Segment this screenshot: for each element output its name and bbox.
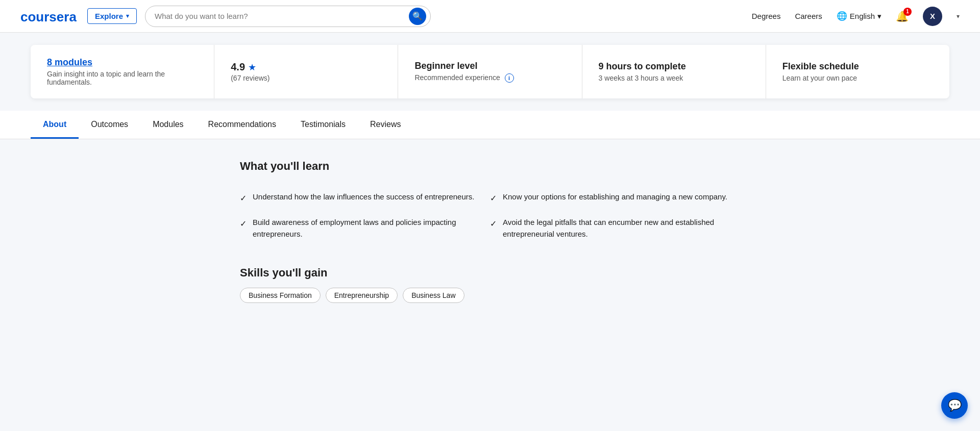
tabs-bar: About Outcomes Modules Recommendations T… (0, 111, 980, 139)
level-cell: Beginner level Recommended experience i (398, 45, 582, 98)
check-icon: ✓ (490, 218, 497, 230)
globe-icon: 🌐 (837, 11, 847, 21)
star-icon: ★ (248, 62, 256, 73)
rating-count: (67 reviews) (231, 74, 381, 82)
main-content: What you'll learn ✓ Understand how the l… (209, 160, 771, 303)
check-icon: ✓ (490, 192, 497, 205)
search-icon: 🔍 (412, 11, 423, 21)
skills-section: Skills you'll gain Business Formation En… (240, 266, 740, 303)
level-title: Beginner level (414, 61, 565, 71)
svg-text:coursera: coursera (20, 9, 77, 23)
user-chevron-icon[interactable]: ▾ (957, 13, 960, 20)
schedule-cell: Flexible schedule Learn at your own pace (766, 45, 949, 98)
schedule-title: Flexible schedule (782, 61, 933, 72)
explore-button[interactable]: Explore ▾ (87, 8, 137, 24)
tab-outcomes[interactable]: Outcomes (79, 111, 140, 139)
learn-item-3: ✓ Build awareness of employment laws and… (240, 211, 490, 246)
learn-item-1: ✓ Understand how the law influences the … (240, 185, 490, 211)
duration-sub: 3 weeks at 3 hours a week (599, 74, 749, 82)
learn-item-2-text: Know your options for establishing and m… (503, 191, 727, 203)
learn-item-3-text: Build awareness of employment laws and p… (253, 217, 490, 240)
level-sub: Recommended experience i (414, 73, 565, 83)
learn-item-2: ✓ Know your options for establishing and… (490, 185, 740, 211)
check-icon: ✓ (240, 192, 247, 205)
search-bar: 🔍 (145, 6, 431, 27)
tab-recommendations[interactable]: Recommendations (196, 111, 288, 139)
chevron-down-icon: ▾ (126, 13, 129, 19)
user-avatar[interactable]: X (923, 7, 942, 26)
learn-item-4-text: Avoid the legal pitfalls that can encumb… (503, 217, 740, 240)
modules-cell: 8 modules Gain insight into a topic and … (31, 45, 214, 98)
tab-testimonials[interactable]: Testimonials (288, 111, 358, 139)
logo[interactable]: coursera (20, 9, 79, 23)
schedule-sub: Learn at your own pace (782, 74, 933, 82)
tab-modules[interactable]: Modules (140, 111, 195, 139)
skill-tag-business-law[interactable]: Business Law (403, 288, 464, 303)
notification-badge: 1 (903, 8, 912, 16)
rating-number: 4.9 (231, 61, 245, 73)
modules-description: Gain insight into a topic and learn the … (47, 70, 198, 86)
skills-section-title: Skills you'll gain (240, 266, 740, 280)
learn-grid: ✓ Understand how the law influences the … (240, 185, 740, 246)
duration-title: 9 hours to complete (599, 61, 749, 72)
notifications-button[interactable]: 🔔 1 (896, 10, 909, 22)
duration-cell: 9 hours to complete 3 weeks at 3 hours a… (582, 45, 766, 98)
learn-item-1-text: Understand how the law influences the su… (253, 191, 474, 203)
language-selector[interactable]: 🌐 English ▾ (837, 11, 881, 21)
course-info-bar: 8 modules Gain insight into a topic and … (31, 45, 949, 98)
rating-cell: 4.9 ★ (67 reviews) (214, 45, 398, 98)
careers-link[interactable]: Careers (795, 12, 822, 20)
modules-link[interactable]: 8 modules (47, 57, 198, 68)
degrees-link[interactable]: Degrees (752, 12, 781, 20)
tab-reviews[interactable]: Reviews (358, 111, 413, 139)
skill-tag-business-formation[interactable]: Business Formation (240, 288, 321, 303)
skills-list: Business Formation Entrepreneurship Busi… (240, 288, 740, 303)
tab-about[interactable]: About (31, 111, 79, 139)
language-label: English (850, 12, 875, 20)
explore-label: Explore (95, 12, 123, 20)
search-input[interactable] (155, 12, 409, 20)
learn-section-title: What you'll learn (240, 160, 740, 173)
chevron-down-icon: ▾ (877, 12, 881, 21)
learn-item-4: ✓ Avoid the legal pitfalls that can encu… (490, 211, 740, 246)
rating-row: 4.9 ★ (231, 61, 381, 73)
skill-tag-entrepreneurship[interactable]: Entrepreneurship (326, 288, 398, 303)
check-icon: ✓ (240, 218, 247, 230)
info-icon[interactable]: i (505, 73, 514, 83)
navbar-right: Degrees Careers 🌐 English ▾ 🔔 1 X ▾ (752, 7, 960, 26)
navbar: coursera Explore ▾ 🔍 Degrees Careers 🌐 E… (0, 0, 980, 33)
search-button[interactable]: 🔍 (409, 8, 426, 25)
